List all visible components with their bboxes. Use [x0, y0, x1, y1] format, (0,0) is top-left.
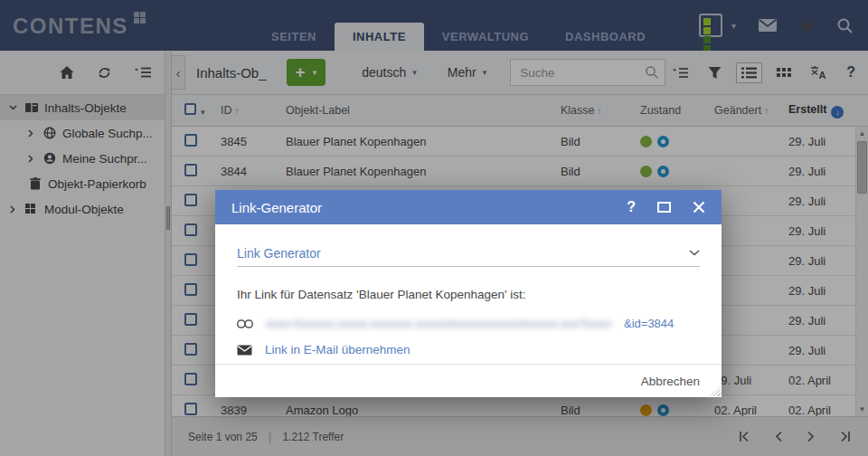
email-link-action[interactable]: Link in E-Mail übernehmen	[265, 343, 410, 356]
maximize-icon[interactable]	[657, 202, 671, 213]
dialog-controls: ?	[627, 199, 705, 215]
generated-link-suffix[interactable]: &id=3844	[624, 317, 674, 330]
cancel-button[interactable]: Abbrechen	[641, 375, 700, 388]
contens-app: CONTENS SEITEN INHALTE VERWALTUNG DASHBO…	[0, 0, 868, 456]
close-icon[interactable]	[693, 201, 705, 214]
link-generator-dialog: Link-Generator ? Link Generator Ihr Link…	[215, 190, 722, 397]
link-chain-icon	[237, 319, 253, 328]
dialog-titlebar[interactable]: Link-Generator ?	[215, 190, 722, 224]
generated-link-row: xxxx://xxxxxx.xxxxx-xxxxxxx.xxxxx/xxxxxx…	[237, 317, 700, 330]
chevron-down-icon	[689, 250, 700, 256]
dialog-help-icon[interactable]: ?	[627, 199, 636, 215]
generated-link-redacted[interactable]: xxxx://xxxxxx.xxxxx-xxxxxxx.xxxxx/xxxxxx…	[266, 317, 611, 330]
dialog-footer: Abbrechen	[215, 364, 722, 397]
link-message: Ihr Link für Datensatz 'Blauer Planet Ko…	[237, 288, 700, 301]
generator-select[interactable]: Link Generator	[237, 240, 700, 267]
email-link-row: Link in E-Mail übernehmen	[237, 343, 700, 356]
mail-icon	[237, 345, 252, 356]
generator-select-value: Link Generator	[237, 246, 321, 261]
dialog-title: Link-Generator	[231, 200, 322, 215]
dialog-body: Link Generator Ihr Link für Datensatz 'B…	[215, 240, 722, 356]
